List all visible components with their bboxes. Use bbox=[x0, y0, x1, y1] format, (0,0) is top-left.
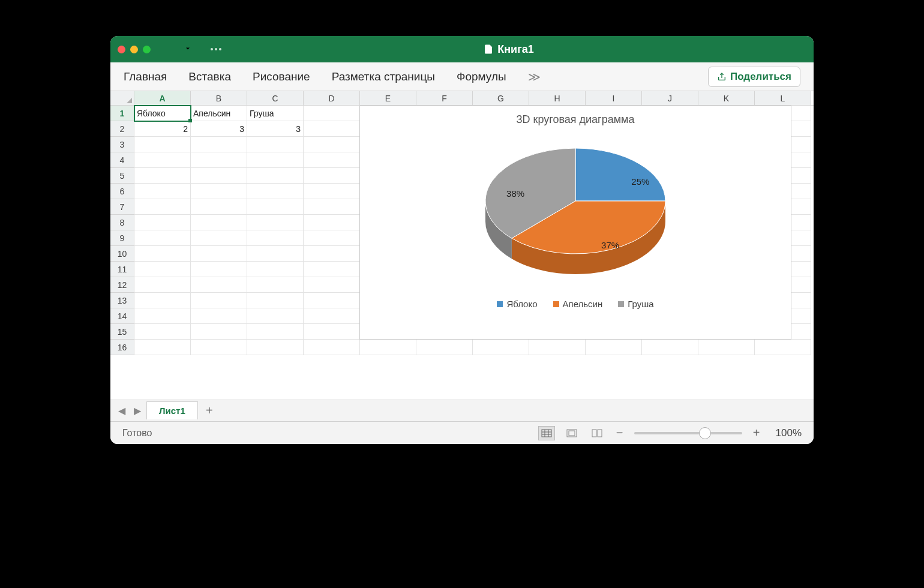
zoom-slider[interactable] bbox=[634, 432, 742, 434]
close-icon[interactable] bbox=[118, 46, 125, 53]
cell-J16[interactable] bbox=[642, 340, 698, 355]
cell-A9[interactable] bbox=[134, 230, 191, 246]
zoom-in-button[interactable]: + bbox=[751, 426, 763, 440]
cell-K16[interactable] bbox=[698, 340, 755, 355]
cell-C6[interactable] bbox=[247, 184, 304, 199]
cell-A3[interactable] bbox=[134, 137, 191, 152]
cell-D9[interactable] bbox=[304, 230, 360, 246]
cell-C1[interactable]: Груша bbox=[247, 106, 304, 121]
cell-D16[interactable] bbox=[304, 340, 360, 355]
cell-A16[interactable] bbox=[134, 340, 191, 355]
cell-A5[interactable] bbox=[134, 168, 191, 184]
cell-C9[interactable] bbox=[247, 230, 304, 246]
col-header-D[interactable]: D bbox=[304, 91, 360, 105]
row-header-12[interactable]: 12 bbox=[110, 277, 134, 293]
cell-A10[interactable] bbox=[134, 246, 191, 262]
tab-draw[interactable]: Рисование bbox=[253, 70, 310, 83]
cell-A14[interactable] bbox=[134, 308, 191, 324]
row-header-3[interactable]: 3 bbox=[110, 137, 134, 152]
cell-A6[interactable] bbox=[134, 184, 191, 199]
cell-I16[interactable] bbox=[586, 340, 642, 355]
cell-D10[interactable] bbox=[304, 246, 360, 262]
cell-A7[interactable] bbox=[134, 199, 191, 215]
view-pagebreak-icon[interactable] bbox=[589, 426, 605, 440]
ribbon-more-icon[interactable]: ≫ bbox=[528, 70, 541, 84]
row-header-7[interactable]: 7 bbox=[110, 199, 134, 215]
cell-D13[interactable] bbox=[304, 293, 360, 308]
cell-C13[interactable] bbox=[247, 293, 304, 308]
cell-F16[interactable] bbox=[416, 340, 473, 355]
row-header-11[interactable]: 11 bbox=[110, 262, 134, 277]
row-header-9[interactable]: 9 bbox=[110, 230, 134, 246]
cell-A15[interactable] bbox=[134, 324, 191, 340]
view-normal-icon[interactable] bbox=[538, 426, 555, 440]
col-header-G[interactable]: G bbox=[473, 91, 529, 105]
maximize-icon[interactable] bbox=[143, 46, 151, 53]
col-header-J[interactable]: J bbox=[642, 91, 698, 105]
cell-D1[interactable] bbox=[304, 106, 360, 121]
col-header-H[interactable]: H bbox=[529, 91, 586, 105]
cell-B12[interactable] bbox=[191, 277, 247, 293]
cell-B14[interactable] bbox=[191, 308, 247, 324]
row-header-13[interactable]: 13 bbox=[110, 293, 134, 308]
cell-H16[interactable] bbox=[529, 340, 586, 355]
share-button[interactable]: Поделиться bbox=[708, 67, 800, 87]
cell-B2[interactable]: 3 bbox=[191, 121, 247, 137]
cell-B6[interactable] bbox=[191, 184, 247, 199]
cell-D2[interactable] bbox=[304, 121, 360, 137]
cell-C7[interactable] bbox=[247, 199, 304, 215]
cell-C11[interactable] bbox=[247, 262, 304, 277]
tab-formulas[interactable]: Формулы bbox=[457, 70, 506, 83]
undo-dropdown-icon[interactable] bbox=[184, 44, 191, 55]
cell-A12[interactable] bbox=[134, 277, 191, 293]
cell-C10[interactable] bbox=[247, 246, 304, 262]
cell-G16[interactable] bbox=[473, 340, 529, 355]
row-header-14[interactable]: 14 bbox=[110, 308, 134, 324]
col-header-L[interactable]: L bbox=[755, 91, 811, 105]
select-all-corner[interactable] bbox=[110, 91, 134, 105]
minimize-icon[interactable] bbox=[130, 46, 138, 53]
tab-home[interactable]: Главная bbox=[124, 70, 167, 83]
cell-B11[interactable] bbox=[191, 262, 247, 277]
cell-B1[interactable]: Апельсин bbox=[191, 106, 247, 121]
row-header-15[interactable]: 15 bbox=[110, 324, 134, 340]
cell-A2[interactable]: 2 bbox=[134, 121, 191, 137]
col-header-B[interactable]: B bbox=[191, 91, 247, 105]
cell-D3[interactable] bbox=[304, 137, 360, 152]
cell-E16[interactable] bbox=[360, 340, 416, 355]
cell-D7[interactable] bbox=[304, 199, 360, 215]
col-header-I[interactable]: I bbox=[586, 91, 642, 105]
row-header-5[interactable]: 5 bbox=[110, 168, 134, 184]
cell-B15[interactable] bbox=[191, 324, 247, 340]
zoom-out-button[interactable]: − bbox=[614, 426, 626, 440]
sheet-prev-icon[interactable]: ◀ bbox=[115, 404, 128, 418]
spreadsheet-grid[interactable]: A B C D E F G H I J K L 1ЯблокоАпельсинГ… bbox=[110, 91, 814, 400]
zoom-thumb[interactable] bbox=[699, 427, 711, 439]
sheet-add-button[interactable]: + bbox=[200, 402, 218, 420]
cell-C3[interactable] bbox=[247, 137, 304, 152]
row-header-1[interactable]: 1 bbox=[110, 106, 134, 121]
cell-A1[interactable]: Яблоко bbox=[134, 106, 191, 121]
cell-D8[interactable] bbox=[304, 215, 360, 230]
tab-insert[interactable]: Вставка bbox=[188, 70, 231, 83]
cell-C15[interactable] bbox=[247, 324, 304, 340]
cell-D14[interactable] bbox=[304, 308, 360, 324]
cell-D12[interactable] bbox=[304, 277, 360, 293]
cell-C8[interactable] bbox=[247, 215, 304, 230]
cell-D6[interactable] bbox=[304, 184, 360, 199]
cell-A11[interactable] bbox=[134, 262, 191, 277]
cell-B16[interactable] bbox=[191, 340, 247, 355]
view-pagelayout-icon[interactable] bbox=[563, 426, 580, 440]
row-header-4[interactable]: 4 bbox=[110, 152, 134, 168]
cell-C14[interactable] bbox=[247, 308, 304, 324]
cell-A8[interactable] bbox=[134, 215, 191, 230]
sheet-next-icon[interactable]: ▶ bbox=[131, 404, 144, 418]
cell-A13[interactable] bbox=[134, 293, 191, 308]
sheet-tab-1[interactable]: Лист1 bbox=[146, 401, 198, 419]
cell-D15[interactable] bbox=[304, 324, 360, 340]
more-icon[interactable] bbox=[211, 48, 221, 50]
row-header-6[interactable]: 6 bbox=[110, 184, 134, 199]
cell-C2[interactable]: 3 bbox=[247, 121, 304, 137]
cell-C12[interactable] bbox=[247, 277, 304, 293]
cell-B3[interactable] bbox=[191, 137, 247, 152]
